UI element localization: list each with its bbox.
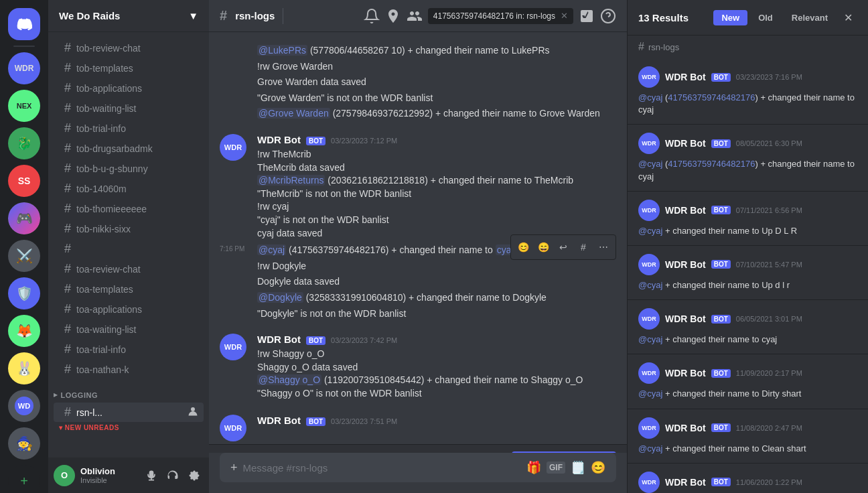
header-icons: 417563759746482176 in: rsn-logs ✕ (342, 8, 616, 24)
channel-name: toa-nathan-k (76, 364, 129, 375)
server-icon-8[interactable]: 🦊 (8, 315, 40, 347)
channel-item-tob-review-chat[interactable]: # tob-review-chat (54, 38, 204, 58)
message-text: "Dogkyle" is not on the WDR banlist (257, 307, 616, 321)
channel-item-tob-thomieeeeee[interactable]: # tob-thomieeeeee (54, 199, 204, 218)
server-icon-3[interactable]: 🐉 (8, 127, 40, 159)
mention-grove-warden[interactable]: @Grove Warden (257, 108, 330, 119)
channel-item-rsn-logs-active[interactable]: # rsn-l... (54, 403, 204, 422)
mention-cyaj[interactable]: @cyaj (257, 244, 286, 255)
message-author-2[interactable]: WDR Bot (257, 334, 301, 345)
message-content: WDR Bot BOT 03/23/2023 7:12 PM !rw TheMc… (257, 134, 616, 240)
channel-item-empty[interactable]: # (54, 239, 204, 259)
gif-icon[interactable]: GIF (547, 462, 565, 474)
mention-shaggy[interactable]: @Shaggy o_O (257, 374, 321, 385)
message-continuation-dogkyle-1: !rw Dogkyle (209, 259, 627, 275)
channel-name: tob-templates (76, 63, 133, 74)
sticker-icon[interactable]: 🗒️ (571, 460, 585, 475)
search-result-2[interactable]: WDR WDR Bot BOT 08/05/2021 6:30 PM @cyaj… (628, 125, 868, 191)
server-icon-9[interactable]: 🐰 (8, 352, 40, 384)
search-close-button[interactable]: ✕ (839, 8, 857, 27)
message-author[interactable]: WDR Bot (257, 134, 301, 145)
user-info: Oblivion Invisible (80, 466, 137, 484)
server-icon-10[interactable]: WD (8, 390, 40, 422)
mention-mcribreturns[interactable]: @McribReturns (257, 175, 325, 186)
channel-item-tob-templates[interactable]: # tob-templates (54, 58, 204, 78)
search-clear-icon[interactable]: ✕ (561, 11, 568, 21)
message-text: @Dogkyle (325833319910604810) + changed … (257, 291, 616, 305)
deafen-button[interactable] (163, 466, 182, 485)
channel-item-tob-drugs[interactable]: # tob-drugsarbadmk (54, 139, 204, 158)
message-text-2: TheMcrib data saved (257, 161, 616, 175)
react-2-button[interactable]: 😄 (534, 238, 553, 257)
wdr-bot-avatar: WDR (220, 134, 246, 161)
search-result-6[interactable]: WDR WDR Bot BOT 11/09/2020 2:17 PM @cyaj… (628, 354, 868, 409)
server-icon-6[interactable]: ⚔️ (8, 240, 40, 272)
channel-item-toa-applications[interactable]: # toa-applications (54, 299, 204, 319)
search-result-5[interactable]: WDR WDR Bot BOT 06/05/2021 3:01 PM @cyaj… (628, 300, 868, 354)
channel-item-tob-14060m[interactable]: # tob-14060m (54, 179, 204, 198)
channel-item-toa-templates[interactable]: # toa-templates (54, 279, 204, 299)
search-tab-old[interactable]: Old (750, 10, 781, 25)
server-icon-4[interactable]: SS (8, 165, 40, 197)
server-icon-12[interactable]: + (8, 465, 40, 493)
gift-icon[interactable]: 🎁 (526, 460, 541, 475)
server-icon-7[interactable]: 🛡️ (8, 277, 40, 309)
search-tab-relevant[interactable]: Relevant (784, 10, 836, 25)
hashtag-icon[interactable] (342, 8, 358, 24)
search-result-7[interactable]: WDR WDR Bot BOT 11/08/2020 2:47 PM @cyaj… (628, 409, 868, 464)
channel-item-tob-trial-info[interactable]: # tob-trial-info (54, 119, 204, 138)
members-icon[interactable] (407, 8, 423, 24)
server-header[interactable]: We Do Raids ▼ (48, 0, 209, 32)
search-result-4[interactable]: WDR WDR Bot BOT 07/10/2021 5:47 PM @cyaj… (628, 246, 868, 300)
message-input[interactable]: Message #rsn-logs (243, 462, 521, 474)
wdr-bot-avatar-3: WDR (220, 415, 246, 441)
message-text-s2: Shaggy o_O data saved (257, 361, 616, 374)
message-continuation-3: "Grove Warden" is not on the WDR banlist (209, 90, 627, 107)
channel-item-tob-applications[interactable]: # tob-applications (54, 78, 204, 98)
logging-section[interactable]: ▸ LOGGING (48, 380, 209, 402)
message-input-box: + Message #rsn-logs 🎁 GIF 🗒️ 😊 (220, 453, 616, 482)
server-icon-2[interactable]: NEX (8, 90, 40, 122)
help-icon[interactable] (600, 8, 616, 24)
more-button[interactable]: ⋯ (594, 238, 613, 257)
react-button[interactable]: 😊 (514, 238, 532, 257)
channel-item-tob-nikki[interactable]: # tob-nikki-sixx (54, 219, 204, 238)
home-server-icon[interactable] (8, 8, 40, 40)
mute-button[interactable] (142, 466, 161, 485)
hash-icon: # (64, 121, 71, 135)
channel-item-toa-nathan-k[interactable]: # toa-nathan-k (54, 360, 204, 379)
pin-icon[interactable] (385, 8, 401, 24)
search-result-3[interactable]: WDR WDR Bot BOT 07/11/2021 6:56 PM @cyaj… (628, 192, 868, 246)
search-result-8[interactable]: WDR WDR Bot BOT 11/06/2020 1:22 PM @cyaj… (628, 464, 868, 493)
mention-dogkyle[interactable]: @Dogkyle (257, 292, 303, 303)
server-chevron: ▼ (188, 10, 198, 21)
bell-icon[interactable] (364, 8, 380, 24)
channel-name: tob-14060m (76, 184, 127, 194)
add-members-icon[interactable] (188, 406, 198, 419)
search-box[interactable]: 417563759746482176 in: rsn-logs ✕ (428, 8, 573, 24)
server-icon-5[interactable]: 🎮 (8, 202, 40, 234)
settings-button[interactable] (185, 466, 204, 485)
channel-item-tob-bug[interactable]: # tob-b-u-g-sbunny (54, 159, 204, 178)
mention-lukeprs[interactable]: @LukePRs (257, 45, 307, 56)
server-icon-11[interactable]: 🧙 (8, 427, 40, 460)
channel-item-toa-waiting-list[interactable]: # toa-waiting-list (54, 320, 204, 339)
message-header: WDR Bot BOT 03/23/2023 7:12 PM (257, 134, 616, 145)
search-tab-new[interactable]: New (713, 10, 747, 25)
channel-item-toa-trial-info[interactable]: # toa-trial-info (54, 340, 204, 359)
result-time-8: 11/06/2020 1:22 PM (736, 478, 802, 486)
reply-button[interactable]: ↩ (554, 238, 573, 257)
channel-item-toa-review-chat[interactable]: # toa-review-chat (54, 259, 204, 279)
hash-icon: # (64, 262, 71, 276)
thread-button[interactable]: # (574, 238, 593, 257)
channel-item-tob-waiting-list[interactable]: # tob-waiting-list (54, 98, 204, 118)
emoji-icon[interactable]: 😊 (591, 460, 605, 475)
search-result-1[interactable]: WDR WDR Bot BOT 03/23/2023 7:16 PM @cyaj… (628, 58, 868, 125)
results-count: 13 Results (638, 12, 689, 23)
add-file-icon[interactable]: + (230, 461, 238, 475)
inbox-icon[interactable] (579, 8, 595, 24)
message-author-3[interactable]: WDR Bot (257, 415, 301, 426)
server-icon-1[interactable]: WDR (8, 52, 40, 84)
message-group-top-continuation: @LukePRs (577806/44658267 10) + changed … (209, 43, 627, 59)
result-avatar-8: WDR (638, 472, 660, 493)
